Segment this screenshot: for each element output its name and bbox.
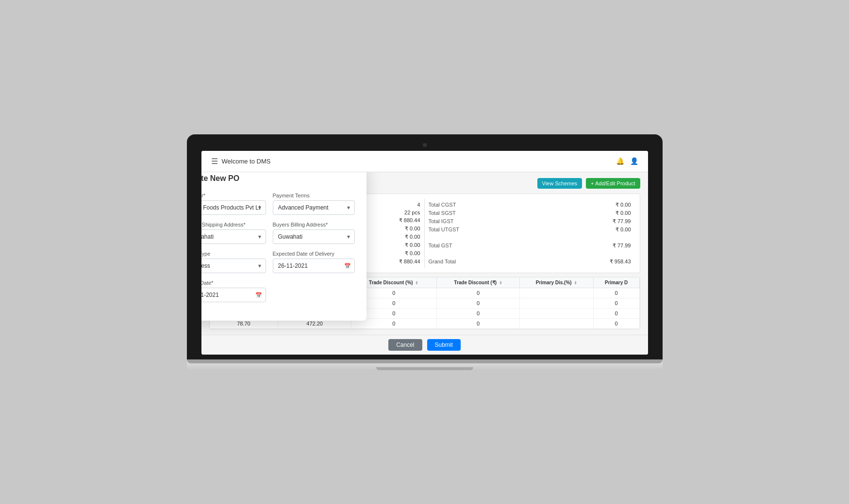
app-title: Welcome to DMS: [222, 158, 271, 165]
col-trade-disc-val[interactable]: Trade Discount (₹) ⇕: [436, 277, 520, 288]
camera: [423, 143, 427, 147]
col-primary-d[interactable]: Primary D: [593, 277, 639, 288]
order-type-select[interactable]: Express: [201, 259, 266, 273]
user-icon[interactable]: 👤: [630, 157, 638, 165]
expiry-date-label: Expiry Date*: [201, 280, 266, 286]
form-row-1: Supplier* DNV Foods Products Pvt Ltd Pay…: [201, 193, 355, 222]
laptop-screen: ☰ Welcome to DMS 🔔 👤 View Schemes + Add/…: [201, 151, 648, 355]
create-po-modal: Create New PO Supplier* DNV Foods Produc…: [201, 172, 366, 321]
order-type-label: Order Type: [201, 251, 266, 257]
screen-bezel: ☰ Welcome to DMS 🔔 👤 View Schemes + Add/…: [187, 134, 663, 359]
summary-row-sgst: Total SGST ₹ 0.00: [429, 209, 631, 217]
cancel-button[interactable]: Cancel: [388, 339, 422, 351]
summary-row-grand-total: Grand Total ₹ 958.43: [429, 258, 631, 266]
submit-button[interactable]: Submit: [427, 339, 461, 351]
laptop-hinge: [187, 359, 663, 363]
header-left: ☰ Welcome to DMS: [211, 157, 271, 166]
summary-row-cgst: Total CGST ₹ 0.00: [429, 201, 631, 209]
laptop-base: [187, 359, 663, 370]
laptop-shell: ☰ Welcome to DMS 🔔 👤 View Schemes + Add/…: [187, 134, 663, 370]
header-right: 🔔 👤: [616, 157, 638, 165]
supplier-group: Supplier* DNV Foods Products Pvt Ltd: [201, 193, 266, 215]
add-edit-product-button[interactable]: + Add/Edit Product: [586, 178, 640, 189]
expiry-date-group: Expiry Date*: [201, 280, 266, 302]
shipping-address-select[interactable]: Guwahati: [201, 229, 266, 244]
supplier-select[interactable]: DNV Foods Products Pvt Ltd: [201, 200, 266, 215]
laptop-notch: [376, 367, 473, 370]
expected-delivery-label: Expected Date of Delivery: [273, 251, 355, 257]
payment-terms-label: Payment Terms: [273, 193, 355, 198]
billing-address-group: Buyers Billing Address* Guwahati: [273, 222, 355, 244]
billing-address-label: Buyers Billing Address*: [273, 222, 355, 228]
app-header: ☰ Welcome to DMS 🔔 👤: [201, 151, 648, 172]
order-type-group: Order Type Express: [201, 251, 266, 273]
app-container: ☰ Welcome to DMS 🔔 👤 View Schemes + Add/…: [201, 151, 648, 355]
summary-row-igst: Total IGST ₹ 77.99: [429, 217, 631, 226]
bottom-bar: Cancel Submit: [201, 335, 648, 355]
form-row-2: Buyers Shipping Address* Guwahati Buyers…: [201, 222, 355, 251]
expected-delivery-date-wrapper: [273, 259, 355, 273]
expected-delivery-group: Expected Date of Delivery: [273, 251, 355, 273]
summary-row-spacer1: [429, 234, 631, 242]
shipping-address-select-wrapper: Guwahati: [201, 229, 266, 244]
supplier-select-wrapper: DNV Foods Products Pvt Ltd: [201, 200, 266, 215]
shipping-address-label: Buyers Shipping Address*: [201, 222, 266, 228]
summary-row-utgst: Total UTGST ₹ 0.00: [429, 226, 631, 234]
billing-address-select[interactable]: Guwahati: [273, 229, 355, 244]
form-row-4: Expiry Date*: [201, 280, 355, 309]
payment-terms-select-wrapper: Advanced Payment: [273, 200, 355, 215]
billing-address-select-wrapper: Guwahati: [273, 229, 355, 244]
bell-icon[interactable]: 🔔: [616, 157, 624, 165]
summary-right: Total CGST ₹ 0.00 Total SGST ₹ 0.00 Tota…: [425, 199, 635, 268]
expiry-date-wrapper: [201, 288, 266, 302]
expiry-date-input[interactable]: [201, 288, 266, 302]
payment-terms-select[interactable]: Advanced Payment: [273, 200, 355, 215]
form-row-3: Order Type Express Expected Date of Deli…: [201, 251, 355, 280]
app-content: View Schemes + Add/Edit Product Total SK…: [201, 172, 648, 335]
summary-row-total-gst: Total GST ₹ 77.99: [429, 242, 631, 250]
order-type-select-wrapper: Express: [201, 259, 266, 273]
col-primary-dis-pct[interactable]: Primary Dis.(%) ⇕: [520, 277, 593, 288]
summary-row-spacer2: [429, 250, 631, 258]
hamburger-icon[interactable]: ☰: [211, 157, 218, 166]
empty-col: [273, 280, 355, 309]
supplier-label: Supplier*: [201, 193, 266, 198]
shipping-address-group: Buyers Shipping Address* Guwahati: [201, 222, 266, 244]
payment-terms-group: Payment Terms Advanced Payment: [273, 193, 355, 215]
expected-delivery-input[interactable]: [273, 259, 355, 273]
modal-overlay: Create New PO Supplier* DNV Foods Produc…: [201, 172, 366, 321]
view-schemes-button[interactable]: View Schemes: [537, 178, 583, 189]
modal-title: Create New PO: [201, 174, 355, 183]
